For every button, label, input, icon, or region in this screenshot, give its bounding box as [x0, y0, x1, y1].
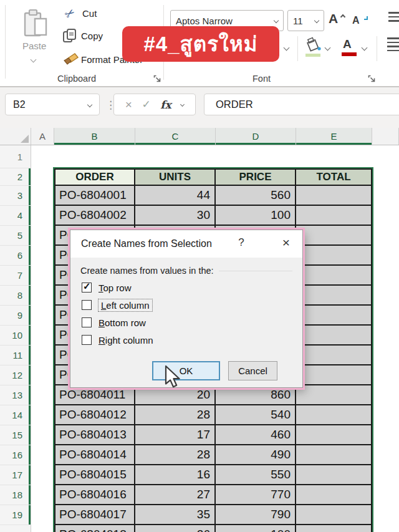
row-header[interactable]: 13 — [0, 385, 31, 405]
dialog-help-button[interactable]: ? — [234, 236, 249, 249]
cell-units[interactable]: 26 — [135, 525, 216, 532]
cell-A[interactable] — [31, 405, 54, 425]
cell-total[interactable] — [296, 206, 372, 226]
cell-order[interactable]: PO-6804015 — [54, 465, 135, 485]
cell-total[interactable] — [296, 505, 372, 525]
paste-dropdown-icon[interactable] — [31, 57, 37, 63]
row-header[interactable]: 2 — [0, 168, 31, 186]
cell-A[interactable] — [31, 145, 54, 168]
checkbox-label[interactable]: Right column — [99, 335, 153, 346]
border-dropdown-icon[interactable] — [284, 45, 290, 51]
cell-A[interactable] — [31, 266, 54, 286]
cell-total[interactable] — [296, 485, 372, 505]
cell-order[interactable]: PO-6804002 — [54, 206, 135, 226]
cell-price[interactable]: 100 — [216, 206, 296, 226]
cell-A[interactable] — [31, 445, 54, 465]
cell-A[interactable] — [31, 168, 54, 186]
row-header[interactable]: 12 — [0, 365, 31, 385]
increase-font-size-button[interactable]: A — [329, 10, 349, 31]
row-header[interactable]: 9 — [0, 306, 31, 326]
row-header[interactable]: 7 — [0, 266, 31, 286]
column-header-E[interactable]: E — [296, 128, 372, 145]
cell-A[interactable] — [31, 226, 54, 246]
cell-total[interactable] — [296, 425, 372, 445]
column-header-partial[interactable] — [372, 128, 399, 145]
checkbox-label[interactable]: Top row — [99, 283, 132, 293]
font-color-button[interactable]: A — [340, 36, 358, 60]
name-box-dropdown-icon[interactable] — [87, 102, 92, 107]
row-header[interactable]: 17 — [0, 465, 31, 485]
dialog-close-icon[interactable]: × — [277, 235, 295, 250]
cell-A[interactable] — [31, 306, 54, 326]
cell-A[interactable] — [31, 346, 54, 365]
column-header-A[interactable]: A — [31, 128, 54, 145]
cell-A[interactable] — [31, 206, 54, 226]
row-header[interactable]: 11 — [0, 346, 31, 365]
dialog-titlebar[interactable]: Create Names from Selection — [70, 230, 302, 258]
cell-total[interactable] — [296, 306, 372, 326]
font-dialog-launcher-icon[interactable] — [367, 74, 376, 83]
checkbox-left-column[interactable] — [82, 300, 92, 310]
checkbox-right-column[interactable] — [82, 335, 92, 345]
cell-order[interactable]: PO-6804017 — [54, 505, 135, 525]
cancel-button[interactable]: Cancel — [228, 361, 277, 380]
cell-order[interactable]: PO-6804001 — [54, 186, 135, 206]
row-header[interactable]: 1 — [0, 145, 31, 168]
cell-A[interactable] — [31, 246, 54, 266]
checkbox-label[interactable]: Bottom row — [99, 317, 146, 328]
fill-color-dropdown-icon[interactable] — [325, 45, 331, 51]
cell-total[interactable] — [296, 286, 372, 306]
cell-order[interactable]: PO-6804013 — [54, 425, 135, 445]
checkbox-label[interactable]: Left column — [99, 299, 152, 311]
cell-A[interactable] — [31, 425, 54, 445]
paste-button[interactable]: Paste — [12, 6, 57, 76]
cell-total[interactable] — [296, 465, 372, 485]
select-all-corner[interactable] — [0, 128, 31, 145]
copy-button[interactable]: Copy — [61, 27, 123, 45]
align-top-icon[interactable] — [388, 12, 399, 24]
cell-price[interactable]: 860 — [216, 385, 296, 405]
cell-price[interactable]: 550 — [216, 465, 296, 485]
cell-order[interactable]: PO-6804012 — [54, 405, 135, 425]
name-box[interactable]: B2 — [5, 94, 100, 115]
cell-header-total[interactable]: TOTAL — [296, 168, 372, 186]
row-header[interactable]: 6 — [0, 246, 31, 266]
formula-input[interactable]: ORDER — [204, 94, 399, 115]
cell-A[interactable] — [31, 465, 54, 485]
cell-header-order[interactable]: ORDER — [54, 168, 135, 186]
cell-A[interactable] — [31, 365, 54, 385]
cell-total[interactable] — [296, 445, 372, 465]
cell-total[interactable] — [296, 186, 372, 206]
cell-total[interactable] — [296, 525, 372, 532]
cell-price[interactable]: 100 — [216, 525, 296, 532]
row-header[interactable]: 3 — [0, 186, 31, 206]
cancel-entry-icon[interactable]: × — [125, 98, 132, 112]
clipboard-dialog-launcher-icon[interactable] — [153, 74, 161, 83]
row-header[interactable]: 16 — [0, 445, 31, 465]
cell-units[interactable]: 44 — [135, 186, 216, 206]
row-header[interactable]: 8 — [0, 286, 31, 306]
cell-units[interactable]: 30 — [135, 206, 216, 226]
fill-color-button[interactable] — [304, 36, 322, 60]
row-header[interactable]: 14 — [0, 405, 31, 425]
cell-total[interactable] — [296, 365, 372, 385]
cell-order[interactable]: PO-6804018 — [54, 525, 135, 532]
cell-units[interactable]: 16 — [135, 465, 216, 485]
row-header[interactable]: 10 — [0, 326, 31, 346]
font-color-dropdown-icon[interactable] — [362, 45, 368, 51]
cell-A[interactable] — [31, 186, 54, 206]
cell-total[interactable] — [296, 346, 372, 365]
cell-units[interactable]: 28 — [135, 405, 216, 425]
cell-total[interactable] — [296, 226, 372, 246]
align-middle-icon[interactable] — [387, 37, 399, 54]
cell-order[interactable]: PO-6804016 — [54, 485, 135, 505]
cell-total[interactable] — [296, 246, 372, 266]
cell-units[interactable]: 17 — [135, 425, 216, 445]
cell-order[interactable]: PO-6804014 — [54, 445, 135, 465]
cell-price[interactable]: 540 — [216, 405, 296, 425]
cell-price[interactable]: 460 — [216, 425, 296, 445]
row-header[interactable]: 18 — [0, 485, 31, 505]
cell-header-units[interactable]: UNITS — [135, 168, 216, 186]
cell-price[interactable]: 560 — [216, 186, 296, 206]
cell-total[interactable] — [296, 385, 372, 405]
